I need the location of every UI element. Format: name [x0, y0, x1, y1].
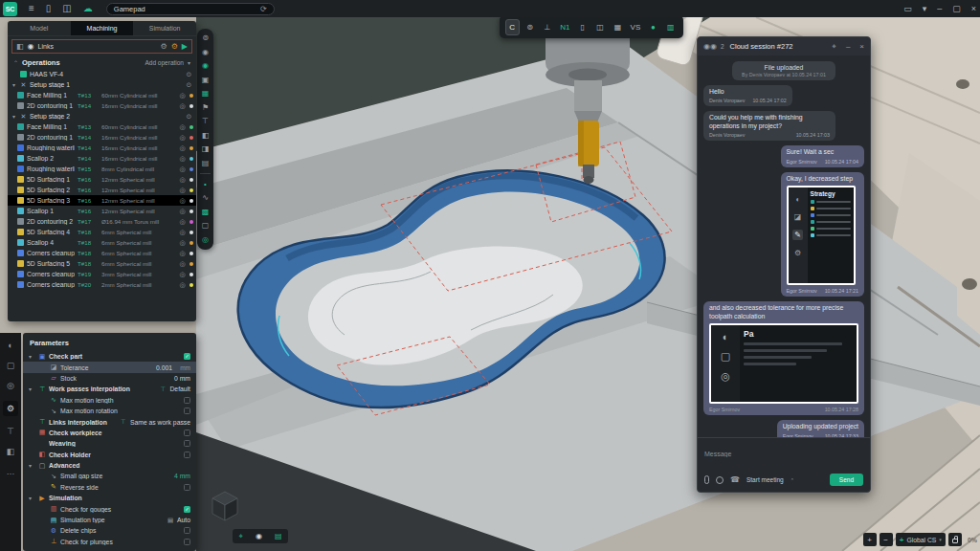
checkbox-unchecked[interactable] [184, 430, 190, 436]
machine-settings-icon[interactable]: ⚙ [171, 42, 178, 51]
settings-icon[interactable]: ⚙ [3, 401, 18, 416]
parameter-row[interactable]: ⊥Check for plunges [23, 537, 196, 547]
operation-row[interactable]: Corners cleanup 3T#202mm Spherical mill◎ [8, 279, 196, 290]
start-meeting-label[interactable]: Start meeting [746, 476, 784, 483]
attach-icon[interactable] [704, 475, 709, 484]
menu-icon[interactable]: ≡ [29, 0, 34, 17]
caret-icon[interactable]: ▾ [29, 462, 35, 469]
operation-row[interactable]: ▾✕Setup stage 2⊙ [8, 111, 196, 121]
minimize-button[interactable]: – [937, 4, 942, 13]
chevron-down-icon[interactable]: ▾ [923, 4, 927, 13]
visibility-icon[interactable]: ◎ [178, 165, 187, 173]
parameter-value[interactable]: 0.001 [156, 364, 172, 371]
display-icon[interactable]: ▭ [903, 4, 912, 13]
parameter-row[interactable]: ◧Check Holder [23, 450, 196, 460]
collapse-caret-icon[interactable]: ▾ [11, 81, 17, 88]
checkbox-unchecked[interactable] [184, 484, 190, 491]
close-button[interactable]: × [971, 4, 976, 13]
checkbox-unchecked[interactable] [184, 539, 190, 545]
tool-c-icon[interactable]: C [505, 19, 520, 35]
gear-icon[interactable]: ⚙ [161, 42, 167, 51]
operation-row[interactable]: 5D Surfacing 3T#1612mm Spherical mill◎ [8, 195, 196, 206]
checkbox-unchecked[interactable] [184, 452, 190, 458]
visibility-icon[interactable]: ◎ [178, 271, 187, 278]
tab-model[interactable]: Model [8, 21, 71, 35]
operation-row[interactable]: Corners cleanup 2T#193mm Spherical mill◎ [8, 269, 196, 279]
collision-icon[interactable]: ● [646, 19, 660, 35]
marker-icon[interactable]: ⚑ [202, 104, 209, 112]
operation-row[interactable]: Face Milling 1T#1360mm Cylindrical mill◎ [8, 90, 196, 100]
operation-row[interactable]: 2D contouring 2T#17Ø16.94 mm Torus mill◎ [8, 216, 196, 227]
operation-row[interactable]: 2D contouring 1T#1416mm Cylindrical mill… [8, 100, 196, 111]
collapse-icon[interactable]: ⌃ [13, 59, 18, 66]
visibility-icon[interactable]: ◎ [178, 134, 187, 142]
chat-image-parameters[interactable]: ◐▢◎Pa [709, 323, 858, 404]
table-icon[interactable]: ▤ [202, 160, 210, 167]
parameter-row[interactable]: ◪Tolerance0.001mm [23, 362, 196, 372]
message-input[interactable] [704, 451, 863, 457]
parameter-row[interactable]: ▱Stock0 mm [23, 373, 196, 384]
visibility-icon[interactable]: ◎ [178, 229, 187, 236]
vs-icon[interactable]: VS [628, 19, 642, 35]
visibility-icon[interactable]: ◎ [178, 123, 187, 131]
chat-bubble-wide[interactable]: and also decreased tolerance for more pr… [703, 301, 864, 415]
phone-icon[interactable]: ☎ [730, 475, 740, 484]
parameter-row[interactable]: ▾▢Advanced [23, 460, 196, 471]
operation-row[interactable]: Scallop 4T#186mm Spherical mill◎ [8, 237, 196, 248]
chat-bubble-in[interactable]: HelloDenis Voropaev10.05.24 17:02 [703, 85, 792, 106]
plotter-icon[interactable]: ▤ [275, 532, 282, 540]
run-icon[interactable]: ▶ [182, 42, 188, 51]
operation-row[interactable]: 5D Surfacing 5T#186mm Spherical mill◎ [8, 258, 196, 269]
operation-row[interactable]: 5D Surfacing 1T#1612mm Spherical mill◎ [8, 174, 196, 185]
links-row[interactable]: ◧ ◉ Links ⚙ ⚙ ▶ [11, 39, 192, 54]
parameter-row[interactable]: ▤Simulation type▤Auto [23, 515, 196, 525]
parameter-value[interactable]: Auto [177, 517, 190, 523]
tab-machining[interactable]: Machining [71, 21, 134, 35]
curve-icon[interactable]: ∿ [202, 194, 209, 202]
visibility-icon[interactable]: ◎ [178, 250, 187, 257]
tool-icon[interactable]: ⊤ [202, 118, 209, 125]
app-logo[interactable]: SC [3, 2, 17, 16]
project-selector[interactable]: Gamepad ⟳ [106, 3, 275, 15]
visibility-icon[interactable]: ◎ [178, 92, 187, 99]
target-icon[interactable]: ⊙ [185, 71, 193, 78]
open-folder-icon[interactable]: ◫ [62, 0, 71, 17]
parameter-row[interactable]: ▥Check for gouges✓ [23, 503, 196, 514]
operation-row[interactable]: Scallop 1T#1612mm Spherical mill◎ [8, 206, 196, 216]
target-icon[interactable]: ◎ [7, 381, 14, 390]
emoji-icon[interactable] [716, 476, 724, 484]
new-file-icon[interactable]: ▯ [46, 0, 52, 17]
camera-icon[interactable]: ◎ [202, 236, 209, 244]
chat-close-icon[interactable]: × [859, 42, 864, 51]
lock-button[interactable] [948, 533, 962, 546]
chat-bubble-in[interactable]: Could you help me with finishing operati… [703, 111, 835, 141]
operation-row[interactable]: 2D contouring 1T#1416mm Cylindrical mill… [8, 132, 196, 143]
parameter-value[interactable]: Default [169, 386, 190, 392]
visibility-icon[interactable]: ◎ [178, 208, 187, 215]
parameter-row[interactable]: ⚙Delete chips [23, 525, 196, 536]
orbit-icon[interactable]: ◉ [256, 532, 262, 540]
chat-bubble-out[interactable]: Sure! Wait a secEgor Smirnov10.05.24 17:… [781, 145, 864, 166]
visibility-icon[interactable]: ◎ [178, 239, 187, 247]
tooling-icon[interactable]: ⊤ [7, 427, 14, 436]
operation-row[interactable]: Face Milling 1T#1360mm Cylindrical mill◎ [8, 121, 196, 132]
add-operation-caret-icon[interactable]: ▾ [188, 59, 190, 66]
operation-row[interactable]: 5D Surfacing 4T#186mm Spherical mill◎ [8, 227, 196, 237]
workpiece-icon[interactable]: ▢ [7, 361, 15, 370]
fit-view-icon[interactable]: ⌖ [238, 532, 243, 541]
parameter-row[interactable]: Weaving [23, 438, 196, 449]
stock-icon[interactable]: ▣ [202, 77, 210, 84]
point-icon[interactable]: • [204, 181, 207, 188]
visibility-icon[interactable]: ◎ [178, 218, 187, 226]
operation-row[interactable]: ▾✕Setup stage 1⊙ [8, 79, 196, 90]
parameter-row[interactable]: ↘Small gap size4 mm [23, 471, 196, 481]
machine-head-icon[interactable]: ⊚ [523, 19, 537, 35]
visibility-icon[interactable]: ◎ [178, 260, 187, 268]
parameter-row[interactable]: ↘Max motion rotation [23, 406, 196, 416]
zoom-in-button[interactable]: + [863, 533, 877, 546]
stock-view-icon[interactable]: ▯ [575, 19, 590, 35]
checkbox-checked[interactable]: ✓ [184, 506, 190, 513]
stats-icon[interactable]: ▥ [663, 19, 678, 35]
shading-icon[interactable]: ◐ [8, 341, 12, 350]
parameter-row[interactable]: ▦Check workpiece [23, 428, 196, 438]
